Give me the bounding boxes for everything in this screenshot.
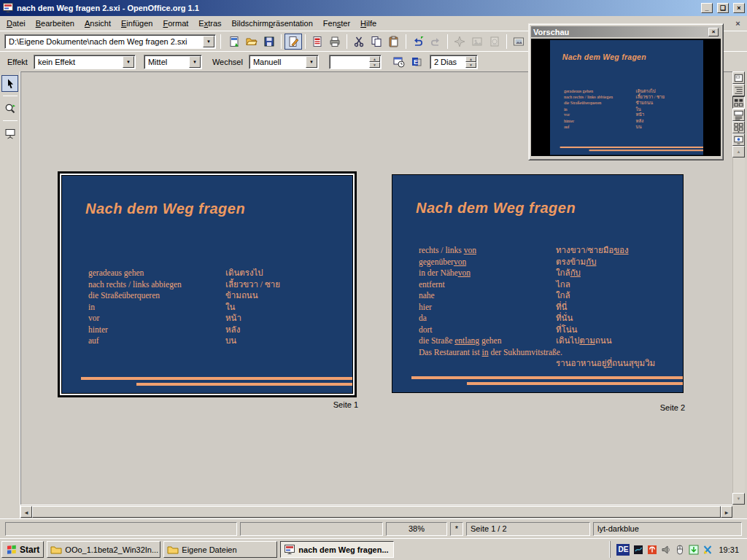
menu-fenster[interactable]: Fenster [318, 17, 355, 30]
scanner-icon[interactable] [701, 543, 713, 556]
minimize-button[interactable]: _ [701, 3, 713, 13]
pen-tablet-icon[interactable] [632, 543, 644, 556]
preview-slide-title: Nach dem Weg fragen [562, 53, 646, 62]
copy-icon[interactable] [368, 34, 385, 50]
scroll-up-icon[interactable]: ▲ [732, 146, 745, 158]
zoom-tool-icon[interactable] [1, 100, 18, 117]
open-icon[interactable] [243, 34, 260, 50]
url-dropdown-icon[interactable]: ▼ [203, 36, 214, 47]
handout-view-icon[interactable] [732, 121, 745, 133]
vocab-row: daที่นั่น [419, 313, 678, 324]
menu-extras[interactable]: Extras [193, 17, 226, 30]
transition-combobox[interactable]: Manuell ▼ [249, 55, 319, 69]
toolbar-separator [281, 34, 282, 49]
select-icon[interactable] [1, 75, 18, 92]
edit-file-icon[interactable] [285, 34, 302, 50]
preview-window[interactable]: Vorschau × Nach dem Weg fragen geradeaus… [528, 23, 724, 160]
task-button[interactable]: Eigene Dateien [163, 541, 277, 558]
dias-value[interactable]: 2 Dias [430, 58, 465, 66]
language-indicator[interactable]: DE [616, 544, 630, 556]
insert-graphic-icon[interactable] [468, 34, 486, 50]
notes-view-icon[interactable] [732, 109, 745, 121]
clock[interactable]: 19:31 [716, 545, 742, 554]
export-pdf-icon[interactable] [309, 34, 326, 50]
new-presentation-icon[interactable] [225, 34, 243, 50]
menu-bildschirmpr-sentation[interactable]: Bildschirmpräsentation [227, 17, 318, 30]
start-button[interactable]: Start [1, 541, 44, 558]
close-button[interactable]: × [733, 3, 745, 13]
redo-icon[interactable] [427, 34, 444, 50]
start-presentation-icon[interactable] [1, 125, 18, 141]
undo-icon[interactable] [409, 34, 427, 50]
antivirus-icon[interactable] [646, 543, 658, 556]
preview-window-icon[interactable] [390, 54, 408, 70]
task-button[interactable]: nach dem Weg fragen... [280, 541, 394, 558]
menu-hilfe[interactable]: Hilfe [355, 17, 382, 30]
dias-spin-buttons[interactable]: ▲▼ [465, 56, 476, 68]
mouse-icon[interactable] [673, 543, 686, 556]
effects-window-icon[interactable]: E [408, 54, 425, 70]
scrollbar-thumb[interactable] [32, 506, 721, 518]
decor-line [560, 147, 703, 148]
preview-close-icon[interactable]: × [708, 28, 719, 36]
vertical-scrollbar[interactable]: ▲ ▼ [732, 71, 745, 505]
cut-icon[interactable] [350, 34, 368, 50]
view-buttons [732, 71, 745, 146]
effect-combobox[interactable]: kein Effekt ▼ [34, 55, 136, 69]
vocab-row: inใน [564, 106, 701, 112]
vocab-row: geradeaus gehenเดินตรงไป [88, 268, 348, 279]
close-document-icon[interactable]: × [732, 18, 743, 28]
slide-2-frame[interactable]: Nach dem Weg fragen rechts / links vonทา… [392, 174, 684, 393]
menu-datei[interactable]: Datei [1, 17, 31, 30]
toolbar-separator [406, 34, 406, 49]
slide-view-icon[interactable] [732, 96, 745, 109]
vocab-row: nach rechts / links abbiegenเลี้ยวขวา / … [564, 94, 701, 100]
scrollbar-track[interactable] [732, 158, 745, 493]
restore-button[interactable]: ❏ [717, 3, 729, 13]
effect-dropdown-icon[interactable]: ▼ [123, 56, 134, 68]
effect-value[interactable]: kein Effekt [34, 58, 123, 66]
window-title: nach dem Weg fragen 2.sxi - OpenOffice.o… [17, 4, 697, 12]
vocab-row: aufบน [564, 124, 701, 130]
url-combobox[interactable]: D:\Eigene Dokumente\nach dem Weg fragen … [4, 34, 216, 49]
slide-1-selected[interactable]: Nach dem Weg fragen geradeaus gehenเดินต… [58, 171, 357, 397]
menu-ansicht[interactable]: Ansicht [80, 17, 116, 30]
preview-slide: Nach dem Weg fragen geradeaus gehenเดินต… [550, 40, 703, 155]
transition-dropdown-icon[interactable]: ▼ [306, 56, 317, 68]
object-bar-icons: E [390, 54, 425, 70]
speed-dropdown-icon[interactable]: ▼ [189, 56, 201, 68]
gallery-icon[interactable] [510, 34, 527, 50]
url-value[interactable]: D:\Eigene Dokumente\nach dem Weg fragen … [5, 37, 203, 46]
task-button[interactable]: OOo_1.1beta2_Win32In... [47, 541, 160, 558]
paste-icon[interactable] [385, 34, 403, 50]
time-spinner[interactable]: ▲▼ [329, 55, 382, 69]
horizontal-scrollbar[interactable]: ◀ ▶ [20, 505, 732, 518]
toolbar-separator [3, 120, 18, 121]
menu-einf-gen[interactable]: Einfügen [116, 17, 158, 30]
transition-value[interactable]: Manuell [249, 58, 306, 66]
styles-icon[interactable] [486, 34, 503, 50]
update-icon[interactable] [687, 543, 700, 556]
time-spin-buttons[interactable]: ▲▼ [369, 56, 380, 68]
scroll-left-icon[interactable]: ◀ [20, 506, 32, 518]
print-icon[interactable] [326, 34, 344, 50]
preview-title-bar[interactable]: Vorschau × [531, 26, 721, 37]
drawing-view-icon[interactable] [732, 71, 745, 84]
scroll-down-icon[interactable]: ▼ [732, 493, 745, 505]
taskbar: Start OOo_1.1beta2_Win32In...Eigene Date… [0, 538, 747, 560]
preview-content: Nach dem Weg fragen geradeaus gehenเดินต… [531, 39, 721, 156]
dias-per-row-spinner[interactable]: 2 Dias ▲▼ [430, 55, 478, 69]
menu-format[interactable]: Format [158, 17, 193, 30]
page-label-1: Seite 1 [58, 400, 358, 409]
outline-view-icon[interactable] [732, 84, 745, 96]
speed-combobox[interactable]: Mittel ▼ [144, 55, 202, 69]
presentation-view-icon[interactable] [732, 133, 745, 146]
menu-bearbeiten[interactable]: Bearbeiten [31, 17, 80, 30]
navigator-icon[interactable] [451, 34, 468, 50]
zoom-level[interactable]: 38% [386, 522, 447, 536]
save-icon[interactable] [260, 34, 278, 50]
speed-value[interactable]: Mittel [144, 58, 189, 66]
slide-1: Nach dem Weg fragen geradeaus gehenเดินต… [61, 175, 353, 394]
volume-icon[interactable] [659, 543, 672, 556]
scroll-right-icon[interactable]: ▶ [721, 506, 732, 518]
